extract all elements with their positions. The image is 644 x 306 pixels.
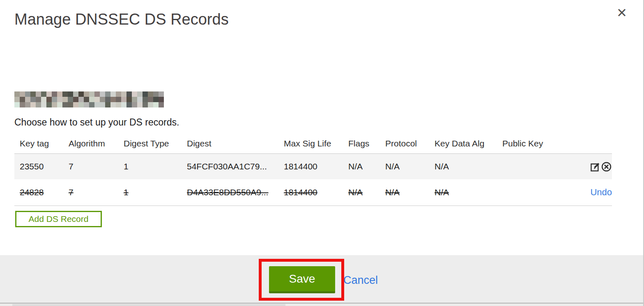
table-row: 23550 7 1 54FCF030AA1C79... 1814400 N/A … [14,154,612,180]
page-title: Manage DNSSEC DS Records [14,11,229,28]
ds-records-table: Key tag Algorithm Digest Type Digest Max… [14,134,612,206]
cell-digest: 54FCF030AA1C79... [182,154,278,180]
dnssec-modal: Manage DNSSEC DS Records ✕ Choose how to… [0,0,644,306]
save-button[interactable]: Save [269,266,335,293]
cell-protocol: N/A [380,154,429,180]
cell-digest-type: 1 [118,154,182,180]
column-header-algorithm: Algorithm [63,134,118,154]
cell-digest: D4A33E8DD550A9... [182,179,278,206]
cancel-link[interactable]: Cancel [343,274,378,287]
edit-icon[interactable] [590,161,601,172]
cell-public-key [497,179,579,206]
cell-key-data-alg: N/A [429,179,497,206]
cell-row-actions: Undo [579,179,612,206]
cell-algorithm: 7 [63,154,118,180]
column-header-max-sig-life: Max Sig Life [278,134,343,154]
cell-protocol: N/A [380,179,429,206]
column-header-key-data-alg: Key Data Alg [429,134,497,154]
cell-max-sig-life: 1814400 [278,179,343,206]
cell-key-data-alg: N/A [429,154,497,180]
redacted-domain-name [14,91,164,107]
subtitle-text: Choose how to set up your DS records. [14,117,179,128]
undo-link[interactable]: Undo [590,187,612,197]
cell-digest-type: 1 [118,179,182,206]
delete-icon[interactable] [601,161,612,172]
column-header-protocol: Protocol [380,134,429,154]
page-behind-modal-content [12,304,285,306]
column-header-digest-type: Digest Type [118,134,182,154]
cell-max-sig-life: 1814400 [278,154,343,180]
column-header-flags: Flags [343,134,380,154]
cell-algorithm: 7 [63,179,118,206]
cell-row-actions [579,154,612,180]
cell-flags: N/A [343,154,380,180]
cell-key-tag: 24828 [14,179,63,206]
table-header-row: Key tag Algorithm Digest Type Digest Max… [14,134,612,154]
table-row-deleted: 24828 7 1 D4A33E8DD550A9... 1814400 N/A … [14,179,612,206]
close-icon[interactable]: ✕ [616,7,627,19]
cell-flags: N/A [343,179,380,206]
column-header-key-tag: Key tag [14,134,63,154]
add-ds-record-button[interactable]: Add DS Record [15,211,102,227]
cell-public-key [497,154,579,180]
column-header-digest: Digest [182,134,278,154]
cell-key-tag: 23550 [14,154,63,180]
column-header-actions [579,134,612,154]
column-header-public-key: Public Key [497,134,579,154]
